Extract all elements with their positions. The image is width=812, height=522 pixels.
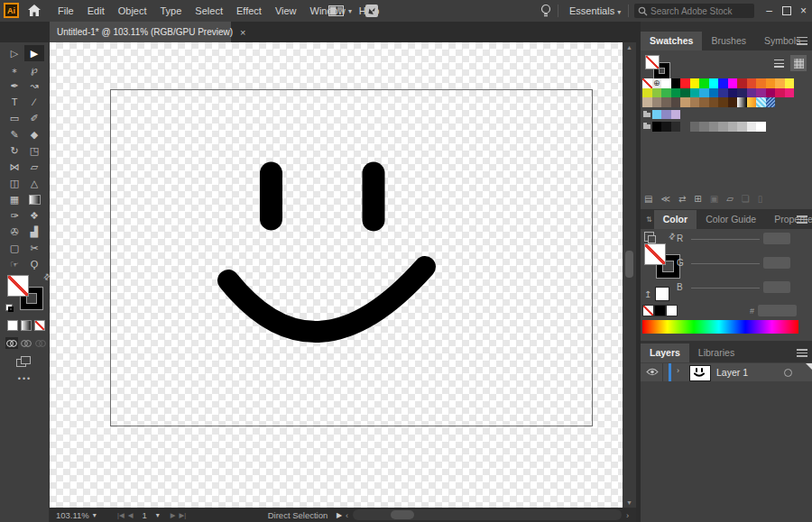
scroll-left-icon[interactable]: ‹ xyxy=(346,508,348,522)
channel-value-input[interactable] xyxy=(763,257,790,269)
swatch[interactable] xyxy=(680,88,690,98)
perspective-grid-tool[interactable]: △ xyxy=(24,175,44,191)
slice-tool[interactable]: ✂ xyxy=(24,240,44,256)
swatch[interactable] xyxy=(642,88,652,98)
swatch[interactable] xyxy=(728,97,738,107)
grid-view-button[interactable] xyxy=(790,55,807,71)
swatch-registration[interactable]: ⊕ xyxy=(652,78,662,88)
fill-indicator[interactable] xyxy=(645,55,660,69)
swatch[interactable] xyxy=(690,97,700,107)
hand-tool[interactable]: ☞ xyxy=(5,256,24,272)
color-group-folder-icon[interactable] xyxy=(642,110,652,120)
hex-input[interactable] xyxy=(758,305,797,316)
swatch[interactable] xyxy=(709,78,719,88)
swatches-tab-brushes[interactable]: Brushes xyxy=(702,32,755,50)
shape-builder-tool[interactable]: ◫ xyxy=(5,175,24,191)
swatch[interactable] xyxy=(728,88,738,98)
new-swatch-folder-icon[interactable]: ▱ xyxy=(726,193,734,206)
color-group-folder-icon[interactable] xyxy=(642,122,652,132)
scroll-up-icon[interactable]: ▲ xyxy=(623,44,636,50)
color-panel-collapse-icon[interactable]: ⇅ xyxy=(641,210,654,229)
swatch[interactable] xyxy=(785,78,795,88)
minimize-button[interactable]: – xyxy=(761,0,778,22)
document-tab-close-icon[interactable]: × xyxy=(240,27,245,38)
swatch[interactable] xyxy=(775,88,785,98)
swatch-libraries-icon[interactable]: ▤ xyxy=(644,193,652,206)
width-tool[interactable]: ⋈ xyxy=(5,159,24,175)
menu-select[interactable]: Select xyxy=(195,5,223,16)
swatch[interactable] xyxy=(766,78,776,88)
swatch[interactable] xyxy=(671,88,681,98)
draw-normal-icon[interactable] xyxy=(5,337,18,349)
layer-thumbnail[interactable] xyxy=(689,365,711,381)
mesh-tool[interactable]: ▦ xyxy=(5,191,24,207)
rectangle-tool[interactable]: ▭ xyxy=(5,110,24,126)
scroll-right-icon[interactable]: › xyxy=(626,508,629,522)
first-artboard-icon[interactable]: |◀ xyxy=(117,511,125,519)
swatch[interactable] xyxy=(775,78,785,88)
new-swatch-icon[interactable]: ❏ xyxy=(742,193,750,206)
blend-tool[interactable]: ❖ xyxy=(24,207,44,224)
menu-effect[interactable]: Effect xyxy=(236,5,262,16)
menu-type[interactable]: Type xyxy=(161,5,182,16)
swatch[interactable] xyxy=(690,122,700,132)
zoom-level-control[interactable]: 103.11% ▾ xyxy=(56,508,97,522)
artboard-tool[interactable]: ▢ xyxy=(5,240,24,256)
channel-slider[interactable] xyxy=(691,288,760,288)
swatch[interactable] xyxy=(756,78,766,88)
layer-expand-icon[interactable]: › xyxy=(677,366,679,375)
swatch[interactable] xyxy=(671,110,681,120)
swatch[interactable] xyxy=(737,88,747,98)
menu-file[interactable]: File xyxy=(58,5,74,16)
change-screen-mode-icon[interactable] xyxy=(16,356,31,367)
menu-edit[interactable]: Edit xyxy=(88,5,105,16)
swatches-panel-menu-icon[interactable] xyxy=(797,37,807,45)
swatch[interactable] xyxy=(718,97,728,107)
channel-slider[interactable] xyxy=(691,263,760,264)
layer-name[interactable]: Layer 1 xyxy=(716,367,748,378)
document-tab[interactable]: Untitled-1* @ 103.11% (RGB/GPU Preview) … xyxy=(50,22,231,42)
swatch[interactable] xyxy=(728,78,738,88)
swatch[interactable] xyxy=(652,97,662,107)
swatch[interactable] xyxy=(747,78,757,88)
canvas[interactable]: ▲ ▼ xyxy=(50,42,636,508)
swatch[interactable] xyxy=(690,88,700,98)
channel-value-input[interactable] xyxy=(763,233,790,244)
swatch-pat_blue[interactable] xyxy=(766,97,776,107)
zoom-tool[interactable]: Ϙ xyxy=(24,256,44,272)
swatch[interactable] xyxy=(737,122,747,132)
artboard-number[interactable]: 1 xyxy=(143,510,147,520)
swatch[interactable] xyxy=(652,122,662,132)
fill-indicator[interactable] xyxy=(644,243,666,265)
color-tab-color-guide[interactable]: Color Guide xyxy=(697,210,765,229)
fill-stroke-proxy[interactable]: ⇄ xyxy=(7,275,45,313)
horizontal-scrollbar[interactable] xyxy=(353,509,622,520)
show-swatch-kinds-icon[interactable]: ≪ xyxy=(660,193,669,206)
none-button[interactable] xyxy=(34,320,45,331)
swatch[interactable] xyxy=(680,97,690,107)
type-tool[interactable]: T xyxy=(5,94,24,110)
layer-target-icon[interactable] xyxy=(784,369,792,377)
workspace-selector[interactable]: Essentials ▾ xyxy=(569,5,621,16)
swatch[interactable] xyxy=(766,88,776,98)
swatch[interactable] xyxy=(661,97,671,107)
line-segment-tool[interactable]: ∕ xyxy=(24,94,44,110)
swatch[interactable] xyxy=(699,97,709,107)
fill-color-indicator[interactable] xyxy=(7,275,29,297)
swatch[interactable] xyxy=(756,122,766,132)
discover-lightbulb-icon[interactable] xyxy=(540,4,551,18)
default-colors-icon[interactable] xyxy=(5,304,14,313)
channel-value-input[interactable] xyxy=(763,281,790,293)
draw-behind-icon[interactable] xyxy=(20,337,32,349)
swatch[interactable] xyxy=(699,122,709,132)
workspace-switcher-icon[interactable] xyxy=(328,5,344,16)
swatch-options-icon[interactable]: ⊞ xyxy=(694,193,701,206)
vertical-scrollbar[interactable]: ▲ ▼ xyxy=(623,42,636,508)
swatches-tab-swatches[interactable]: Swatches xyxy=(641,32,702,50)
artboard-dropdown-icon[interactable]: ▾ xyxy=(156,511,160,519)
symbol-sprayer-tool[interactable]: ✇ xyxy=(5,224,24,240)
smiley-artwork[interactable] xyxy=(50,42,636,508)
swatch[interactable] xyxy=(671,97,681,107)
gradient-tool[interactable] xyxy=(24,191,44,207)
layers-tab-layers[interactable]: Layers xyxy=(641,343,689,362)
